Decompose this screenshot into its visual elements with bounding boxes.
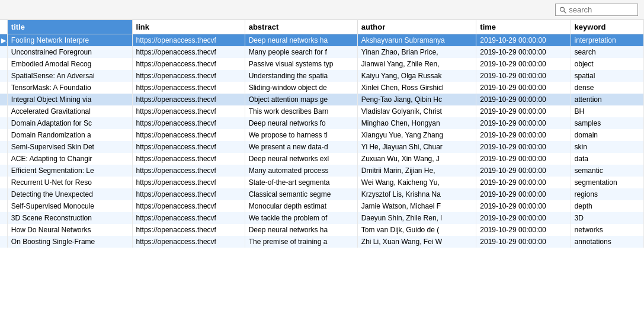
row-arrow <box>0 165 7 177</box>
cell-keyword: regions <box>571 188 643 200</box>
cell-time: 2019-10-29 00:00:00 <box>476 94 571 105</box>
table-row[interactable]: Efficient Segmentation: Lehttps://openac… <box>0 165 644 177</box>
cell-keyword: search <box>571 46 643 58</box>
cell-title: Recurrent U-Net for Reso <box>7 177 132 188</box>
cell-author: Akshayvarun Subramanya <box>357 34 476 47</box>
cell-title: Fooling Network Interpre <box>7 34 132 47</box>
table-row[interactable]: ▶Fooling Network Interprehttps://openacc… <box>0 34 644 47</box>
cell-author: Minghao Chen, Hongyan <box>357 117 476 129</box>
search-input[interactable] <box>569 5 634 14</box>
cell-abstract: State-of-the-art segmenta <box>245 177 357 188</box>
table-row[interactable]: Unconstrained Foregrounhttps://openacces… <box>0 46 644 58</box>
table-row[interactable]: 3D Scene Reconstructionhttps://openacces… <box>0 212 644 224</box>
cell-abstract: This work describes Barn <box>245 105 357 117</box>
table-row[interactable]: On Boosting Single-Framehttps://openacce… <box>0 236 644 248</box>
table-row[interactable]: Semi-Supervised Skin Dethttps://openacce… <box>0 141 644 153</box>
cell-title: Domain Adaptation for Sc <box>7 117 132 129</box>
cell-author: Vladislav Golyanik, Christ <box>357 105 476 117</box>
table-row[interactable]: Recurrent U-Net for Resohttps://openacce… <box>0 177 644 188</box>
search-container <box>555 4 638 16</box>
row-arrow <box>0 58 7 70</box>
cell-title: TensorMask: A Foundatio <box>7 82 132 94</box>
cell-author: Dmitrii Marin, Zijian He, <box>357 165 476 177</box>
cell-keyword: semantic <box>571 165 643 177</box>
table-row[interactable]: Detecting the Unexpectedhttps://openacce… <box>0 188 644 200</box>
cell-time: 2019-10-29 00:00:00 <box>476 34 571 47</box>
cell-keyword: interpretation <box>571 34 643 47</box>
row-arrow <box>0 153 7 165</box>
table-row[interactable]: SpatialSense: An Adversaihttps://openacc… <box>0 70 644 82</box>
cell-author: Jamie Watson, Michael F <box>357 200 476 212</box>
row-arrow <box>0 177 7 188</box>
col-header-link[interactable]: link <box>132 20 245 34</box>
cell-author: Xinlei Chen, Ross Girshicl <box>357 82 476 94</box>
table-row[interactable]: Self-Supervised Monoculehttps://openacce… <box>0 200 644 212</box>
cell-time: 2019-10-29 00:00:00 <box>476 153 571 165</box>
cell-author: Yi He, Jiayuan Shi, Chuar <box>357 141 476 153</box>
cell-abstract: Deep neural networks ha <box>245 224 357 236</box>
table-row[interactable]: TensorMask: A Foundatiohttps://openacces… <box>0 82 644 94</box>
cell-author: Krzysztof Lis, Krishna Na <box>357 188 476 200</box>
cell-title: Efficient Segmentation: Le <box>7 165 132 177</box>
cell-abstract: Deep neural networks fo <box>245 117 357 129</box>
cell-author: Zhi Li, Xuan Wang, Fei W <box>357 236 476 248</box>
table-row[interactable]: Domain Adaptation for Schttps://openacce… <box>0 117 644 129</box>
col-header-title[interactable]: title <box>7 20 132 34</box>
cell-keyword: domain <box>571 129 643 141</box>
col-header-abstract[interactable]: abstract <box>245 20 357 34</box>
cell-abstract: The premise of training a <box>245 236 357 248</box>
cell-abstract: Sliding-window object de <box>245 82 357 94</box>
cell-author: Peng-Tao Jiang, Qibin Hc <box>357 94 476 105</box>
cell-title: SpatialSense: An Adversai <box>7 70 132 82</box>
cell-time: 2019-10-29 00:00:00 <box>476 165 571 177</box>
cell-link: https://openaccess.thecvf <box>132 200 245 212</box>
table-row[interactable]: How Do Neural Networkshttps://openaccess… <box>0 224 644 236</box>
cell-time: 2019-10-29 00:00:00 <box>476 46 571 58</box>
cell-title: Semi-Supervised Skin Det <box>7 141 132 153</box>
cell-link: https://openaccess.thecvf <box>132 34 245 47</box>
cell-keyword: attention <box>571 94 643 105</box>
col-header-author[interactable]: author <box>357 20 476 34</box>
cell-abstract: Many people search for f <box>245 46 357 58</box>
cell-keyword: 3D <box>571 212 643 224</box>
table-row[interactable]: Embodied Amodal Recoghttps://openaccess.… <box>0 58 644 70</box>
cell-time: 2019-10-29 00:00:00 <box>476 129 571 141</box>
cell-link: https://openaccess.thecvf <box>132 165 245 177</box>
row-arrow <box>0 212 7 224</box>
cell-abstract: Deep neural networks exl <box>245 153 357 165</box>
table-row[interactable]: ACE: Adapting to Changirhttps://openacce… <box>0 153 644 165</box>
svg-point-0 <box>560 7 565 11</box>
col-header-keyword[interactable]: keyword <box>571 20 643 34</box>
data-table: title link abstract author time keyword <box>0 20 644 248</box>
cell-keyword: spatial <box>571 70 643 82</box>
cell-link: https://openaccess.thecvf <box>132 153 245 165</box>
cell-keyword: segmentation <box>571 177 643 188</box>
cell-author: Jianwei Yang, Zhile Ren, <box>357 58 476 70</box>
cell-link: https://openaccess.thecvf <box>132 141 245 153</box>
cell-author: Yinan Zhao, Brian Price, <box>357 46 476 58</box>
cell-link: https://openaccess.thecvf <box>132 117 245 129</box>
table-row[interactable]: Accelerated Gravitationalhttps://openacc… <box>0 105 644 117</box>
row-selector-header <box>0 20 7 34</box>
cell-time: 2019-10-29 00:00:00 <box>476 70 571 82</box>
cell-author: Zuxuan Wu, Xin Wang, J <box>357 153 476 165</box>
cell-title: Unconstrained Foregroun <box>7 46 132 58</box>
cell-title: On Boosting Single-Frame <box>7 236 132 248</box>
cell-abstract: We tackle the problem of <box>245 212 357 224</box>
cell-link: https://openaccess.thecvf <box>132 58 245 70</box>
cell-time: 2019-10-29 00:00:00 <box>476 177 571 188</box>
table-row[interactable]: Integral Object Mining viahttps://openac… <box>0 94 644 105</box>
cell-keyword: dense <box>571 82 643 94</box>
cell-link: https://openaccess.thecvf <box>132 177 245 188</box>
cell-link: https://openaccess.thecvf <box>132 82 245 94</box>
cell-abstract: We present a new data-d <box>245 141 357 153</box>
row-arrow <box>0 105 7 117</box>
cell-link: https://openaccess.thecvf <box>132 224 245 236</box>
table-row[interactable]: Domain Randomization ahttps://openaccess… <box>0 129 644 141</box>
cell-time: 2019-10-29 00:00:00 <box>476 117 571 129</box>
cell-abstract: Classical semantic segme <box>245 188 357 200</box>
cell-author: Daeyun Shin, Zhile Ren, l <box>357 212 476 224</box>
cell-time: 2019-10-29 00:00:00 <box>476 58 571 70</box>
col-header-time[interactable]: time <box>476 20 571 34</box>
cell-time: 2019-10-29 00:00:00 <box>476 105 571 117</box>
